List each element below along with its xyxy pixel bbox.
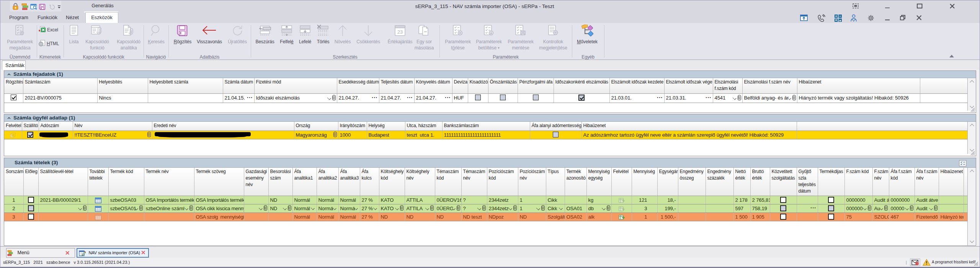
svg-text:23: 23 [397,29,403,35]
